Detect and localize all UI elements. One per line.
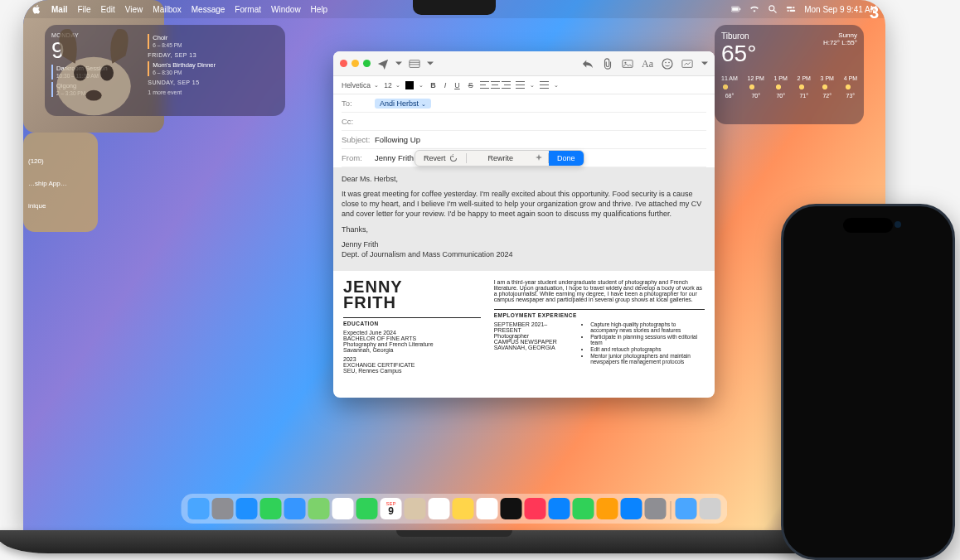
italic-button[interactable]: I [443,81,448,89]
undo-icon [449,154,458,162]
align-right-button[interactable] [502,81,511,89]
svg-point-23 [665,61,667,63]
subject-field[interactable]: Following Up [375,135,706,144]
resume-attachment[interactable]: JENNY FRITH EDUCATION Expected June 2024… [333,271,715,382]
dock-app-music[interactable] [525,498,546,519]
dock-app-numbers[interactable] [573,498,594,519]
attach-icon[interactable] [602,58,613,70]
compose-toolbar: Aa [333,51,715,76]
dock-app-facetime[interactable] [356,498,378,519]
iphone-frame [781,204,955,560]
menubar-item-format[interactable]: Format [235,5,261,14]
dock-app-launchpad[interactable] [212,498,234,519]
format-text-icon[interactable]: Aa [642,58,653,70]
window-close-button[interactable] [340,60,347,67]
dock-app-photos[interactable] [332,498,354,519]
spotlight-icon[interactable] [768,4,778,14]
battery-icon[interactable] [731,4,741,14]
bold-button[interactable]: B [429,81,438,89]
photos-widget[interactable] [23,0,164,133]
subject-label: Subject: [342,135,375,144]
svg-rect-7 [790,10,796,12]
dock-app-appstore[interactable] [621,498,642,519]
list-button[interactable] [516,81,525,89]
control-center-icon[interactable] [786,4,796,14]
indent-button[interactable] [540,81,549,89]
to-label: To: [342,99,375,108]
svg-point-6 [793,7,794,8]
display-notch [413,0,496,15]
svg-point-24 [668,61,670,63]
chevron-down-icon[interactable] [427,58,434,70]
markup-icon[interactable] [681,58,693,70]
dock-downloads[interactable] [676,498,697,519]
svg-point-22 [662,59,672,69]
macbook-frame: Mail File Edit View Mailbox Message Form… [23,0,885,530]
menubar-datetime[interactable]: Mon Sep 9 9:41 AM [804,5,877,14]
calendar-event: Mom's Birthday Dinner 6 – 8:30 PM [148,61,279,76]
emoji-icon[interactable] [662,58,673,70]
menubar-item-help[interactable]: Help [311,5,328,14]
from-label: From: [342,153,375,162]
recipient-token: Andi Herbst ⌄ [375,99,431,109]
home-widget[interactable]: 3 (120) …ship App… inique [23,133,98,232]
wifi-icon[interactable] [749,4,759,14]
front-camera-icon [895,221,901,228]
menubar-item-window[interactable]: Window [271,5,301,14]
dock-app-mail[interactable] [284,498,306,519]
dock-app-finder[interactable] [188,498,210,519]
chevron-down-icon[interactable] [701,58,708,70]
svg-point-9 [56,57,131,115]
font-family-select[interactable]: Helvetica ⌄ [342,81,379,89]
dock-app-pages[interactable] [597,498,618,519]
dock-trash[interactable] [700,498,721,519]
weather-hilo: H:72° L:55° [823,39,857,46]
align-left-button[interactable] [480,81,489,89]
dock-app-safari[interactable] [236,498,258,519]
font-size-select[interactable]: 12 ⌄ [384,81,400,89]
text-color-swatch[interactable] [405,81,414,89]
weather-widget[interactable]: Tiburon 65° Sunny H:72° L:55° 11 AM68° 1… [715,25,864,124]
dock: SEP9 [182,494,728,524]
dock-app-contacts[interactable] [405,498,426,519]
weather-hourly: 11 AM68° 12 PM70° 1 PM70° 2 PM71° 3 PM72… [721,75,857,99]
dock-app-calendar[interactable]: SEP9 [381,498,402,519]
sparkle-icon [535,154,543,162]
dock-app-settings[interactable] [645,498,667,519]
window-minimize-button[interactable] [352,60,359,67]
svg-point-10 [74,65,87,80]
chevron-down-icon[interactable] [395,58,402,70]
reply-icon[interactable] [582,58,594,70]
format-bar: Helvetica ⌄ 12 ⌄ ⌄ B I U S ⌄ ⌄ [333,76,715,94]
svg-rect-5 [787,7,793,8]
window-zoom-button[interactable] [363,60,371,67]
calendar-event: Choir 6 – 8:45 PM [148,34,279,49]
to-field[interactable]: Andi Herbst ⌄ [375,99,706,109]
dock-app-freeform[interactable] [477,498,498,519]
message-body[interactable]: Dear Ms. Herbst, It was great meeting fo… [333,167,715,271]
dock-app-maps[interactable] [308,498,330,519]
align-center-button[interactable] [491,81,500,89]
header-fields-icon[interactable] [409,58,420,70]
dock-app-reminders[interactable] [429,498,450,519]
menubar-item-message[interactable]: Message [192,5,225,14]
svg-point-12 [85,90,101,101]
writing-tools-popup: Revert Rewrite Done [415,150,584,167]
dock-app-notes[interactable] [453,498,474,519]
strikethrough-button[interactable]: S [467,81,475,89]
underline-button[interactable]: U [453,81,462,89]
dock-app-tv[interactable] [501,498,522,519]
svg-rect-17 [410,60,419,67]
svg-point-3 [769,6,774,11]
dock-app-messages[interactable] [260,498,282,519]
cc-label: Cc: [342,117,375,126]
writing-tools-done-button[interactable]: Done [549,151,584,166]
send-icon[interactable] [377,58,389,70]
writing-tools-revert-button[interactable]: Revert [415,151,466,166]
weather-condition: Sunny [823,31,857,39]
photo-icon[interactable] [622,58,633,70]
writing-tools-rewrite-button[interactable]: Rewrite [467,151,536,166]
dock-app-keynote[interactable] [549,498,570,519]
calendar-more-events: 1 more event [148,89,279,96]
svg-rect-1 [732,7,739,11]
